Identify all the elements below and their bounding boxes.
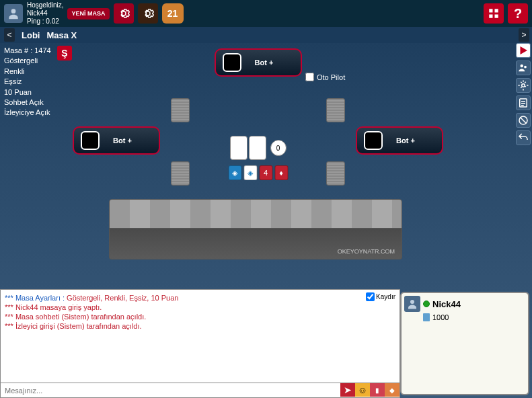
svg-rect-2 xyxy=(495,9,498,12)
points-icon xyxy=(423,313,430,321)
scroll-checkbox[interactable] xyxy=(366,292,375,301)
game-area: Bot + Oto Pilot Bot + Bot + 0 ◈ ◈ 4 ♦ OK… xyxy=(0,43,516,289)
color-buttons: ◈ ◈ 4 ♦ xyxy=(228,165,288,180)
svg-point-5 xyxy=(521,65,524,68)
undo-icon[interactable] xyxy=(516,130,531,145)
forward-button[interactable]: > xyxy=(519,28,529,42)
chat-rest-1: Göstergeli, Renkli, Eşsiz, 10 Puan xyxy=(65,294,178,302)
chat-line-1: *** Masa Ayarları : Göstergeli, Renkli, … xyxy=(5,294,395,302)
player-slot-left[interactable]: Bot + xyxy=(73,126,160,155)
chat-action-2[interactable]: ◆ xyxy=(385,383,400,397)
center-tiles: 0 xyxy=(230,136,287,160)
settings-button-2[interactable] xyxy=(138,3,158,24)
player-box-icon xyxy=(364,131,383,150)
auto-pilot-label: Oto Pilot xyxy=(317,73,345,81)
deck-tile-2[interactable] xyxy=(249,136,266,160)
grid-button[interactable] xyxy=(484,3,504,24)
svg-rect-4 xyxy=(495,15,498,18)
chat-input[interactable] xyxy=(1,383,340,397)
send-button[interactable]: ➤ xyxy=(340,383,355,397)
scroll-label: Kaydır xyxy=(376,293,395,301)
tile-stack-bl[interactable] xyxy=(171,161,190,186)
ping-label: Ping : 0.02 xyxy=(27,17,63,26)
player-slot-right[interactable]: Bot + xyxy=(356,126,443,155)
chat-line-2: *** Nick44 masaya giriş yaptı. xyxy=(5,303,395,311)
status-online-icon xyxy=(423,301,430,307)
player-box-icon xyxy=(81,131,100,150)
counter-badge: 21 xyxy=(162,3,184,24)
deck-count: 0 xyxy=(270,140,287,156)
bot-label-top: Bot + xyxy=(255,58,274,67)
user-panel: Nick44 1000 xyxy=(400,292,529,395)
board-rack-top[interactable] xyxy=(109,199,402,229)
welcome-text: Hoşgeldiniz, Nick44 Ping : 0.02 xyxy=(27,1,63,26)
play-icon[interactable] xyxy=(516,43,531,58)
svg-point-6 xyxy=(524,66,527,69)
welcome-username: Nick44 xyxy=(27,9,63,17)
svg-point-10 xyxy=(410,300,414,304)
board-watermark: OKEYOYNATR.COM xyxy=(338,248,395,255)
chat-line-4: *** İzleyici girişi (Sistem) tarafından … xyxy=(5,322,395,330)
emoji-button[interactable]: ☺ xyxy=(355,383,370,397)
settings-button-1[interactable] xyxy=(114,3,134,24)
user-name: Nick44 xyxy=(432,299,461,309)
breadcrumb: < Lobi Masa X > xyxy=(0,27,532,43)
note-icon[interactable] xyxy=(516,95,531,110)
user-row[interactable]: Nick44 xyxy=(404,296,525,312)
chat-line-3: *** Masa sohbeti (Sistem) tarafından açı… xyxy=(5,313,395,321)
new-table-button[interactable]: YENİ MASA xyxy=(67,8,109,19)
bot-label-right: Bot + xyxy=(396,136,415,145)
bottom-panel: Kaydır *** Masa Ayarları : Göstergeli, R… xyxy=(0,289,532,398)
help-button[interactable]: ? xyxy=(508,3,528,24)
avatar-icon[interactable] xyxy=(4,4,23,23)
color-btn-blue[interactable]: ◈ xyxy=(228,165,241,180)
player-box-icon xyxy=(223,53,241,72)
header-bar: Hoşgeldiniz, Nick44 Ping : 0.02 YENİ MAS… xyxy=(0,0,532,27)
player-slot-top[interactable]: Bot + xyxy=(215,48,302,77)
deck-tile-1[interactable] xyxy=(230,136,248,160)
auto-pilot-checkbox[interactable] xyxy=(305,73,314,81)
user-avatar-icon xyxy=(404,296,420,312)
color-btn-white[interactable]: ◈ xyxy=(243,165,257,180)
svg-point-0 xyxy=(11,9,16,13)
svg-point-7 xyxy=(522,84,525,87)
welcome-prefix: Hoşgeldiniz, xyxy=(27,1,63,9)
color-btn-red2[interactable]: ♦ xyxy=(274,165,288,180)
auto-pilot-toggle: Oto Pilot xyxy=(305,73,345,81)
svg-rect-1 xyxy=(489,9,492,12)
tile-board[interactable]: OKEYOYNATR.COM xyxy=(109,199,402,261)
tile-stack-br[interactable] xyxy=(326,161,345,186)
chat-panel: Kaydır *** Masa Ayarları : Göstergeli, R… xyxy=(0,289,400,398)
table-tab[interactable]: Masa X xyxy=(46,30,77,40)
bot-label-left: Bot + xyxy=(113,136,132,145)
tile-stack-tr[interactable] xyxy=(326,98,345,122)
user-points: 1000 xyxy=(423,313,525,321)
board-rack-bottom[interactable]: OKEYOYNATR.COM xyxy=(109,229,402,260)
gear-icon[interactable] xyxy=(516,78,531,93)
chat-action-1[interactable]: ▮ xyxy=(370,383,385,397)
tile-stack-tl[interactable] xyxy=(171,98,190,122)
scroll-toggle: Kaydır xyxy=(366,292,395,301)
chat-prefix-1: *** Masa Ayarları : xyxy=(5,294,65,302)
lobby-link[interactable]: Lobi xyxy=(22,30,40,40)
block-icon[interactable] xyxy=(516,113,531,128)
points-value: 1000 xyxy=(432,313,449,321)
color-btn-red[interactable]: 4 xyxy=(259,165,272,180)
back-button[interactable]: < xyxy=(4,28,15,42)
chat-log: Kaydır *** Masa Ayarları : Göstergeli, R… xyxy=(0,289,400,383)
users-icon[interactable] xyxy=(516,61,531,75)
chat-input-row: ➤ ☺ ▮ ◆ xyxy=(0,383,400,398)
svg-rect-3 xyxy=(489,15,492,18)
right-sidebar xyxy=(516,43,532,145)
